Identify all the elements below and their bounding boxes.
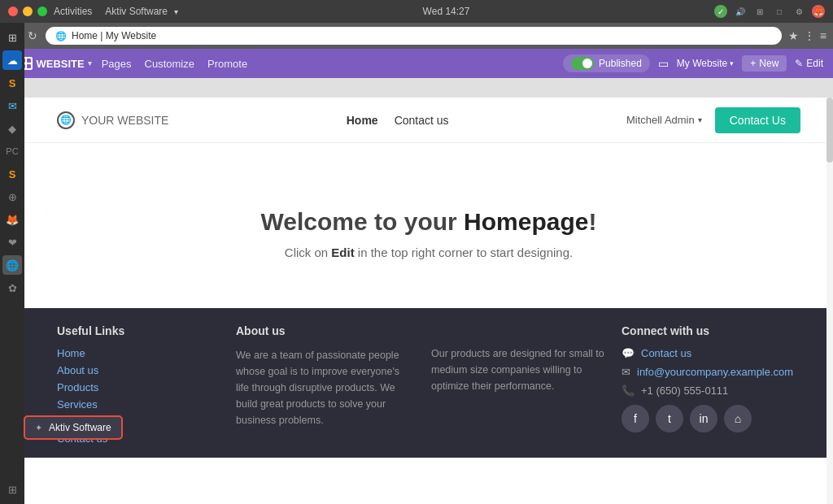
hero-title: Welcome to your Homepage!: [57, 208, 800, 236]
refresh-button[interactable]: ↻: [26, 29, 39, 42]
subtitle-edit-word: Edit: [331, 245, 354, 259]
app-popup: ✦ Aktiv Software: [24, 416, 122, 439]
hero-title-bold: Homepage: [464, 208, 588, 235]
footer-link-home[interactable]: Home: [57, 347, 220, 359]
footer-grid: Useful Links Home About us Products Serv…: [57, 324, 800, 450]
footer: Useful Links Home About us Products Serv…: [24, 308, 833, 458]
url-bar[interactable]: 🌐 Home | My Website: [46, 27, 782, 45]
published-toggle[interactable]: Published: [563, 54, 650, 72]
volume-icon[interactable]: 🔊: [734, 5, 747, 18]
pages-nav-item[interactable]: Pages: [102, 58, 132, 70]
connect-title: Connect with us: [621, 324, 800, 337]
contact-link[interactable]: Contact us: [641, 347, 691, 359]
customize-nav-item[interactable]: Customize: [145, 58, 194, 70]
hero-title-start: Welcome to your: [261, 208, 464, 235]
new-plus-icon: +: [750, 58, 756, 69]
about-title: About us: [236, 324, 415, 337]
settings-icon[interactable]: ⚙: [792, 5, 805, 18]
clock: Wed 14:27: [185, 6, 708, 17]
email-row: ✉ info@yourcompany.example.com: [621, 366, 800, 378]
website-nav-links: Home Contact us: [347, 114, 449, 127]
edit-button[interactable]: ✎ Edit: [795, 58, 823, 69]
contact-us-button[interactable]: Contact Us: [715, 107, 800, 133]
left-sidebar: ⊞ ☁ S ✉ ◆ PC S ⊕ 🦊 ❤ 🌐 ✿ ⊞: [0, 23, 24, 504]
sidebar-icon-grid-bottom[interactable]: ⊞: [2, 480, 22, 499]
user-menu[interactable]: Mitchell Admin ▾: [626, 114, 702, 126]
website-logo-button[interactable]: WEBSITE ▾: [20, 57, 91, 70]
app-arrow-icon: ▾: [174, 7, 178, 16]
sidebar-icon-s2[interactable]: S: [2, 164, 22, 184]
footer-link-services[interactable]: Services: [57, 398, 220, 411]
sidebar-icon-chrome[interactable]: ⊕: [2, 187, 22, 206]
facebook-icon[interactable]: f: [621, 405, 649, 432]
published-label: Published: [599, 58, 642, 69]
email-icon: ✉: [621, 366, 630, 378]
secure-icon: 🌐: [55, 31, 67, 41]
browser-menu-icon[interactable]: ≡: [820, 29, 826, 42]
footer-link-about[interactable]: About us: [57, 364, 220, 376]
bookmark-icon[interactable]: ★: [788, 29, 799, 42]
activities-menu[interactable]: Activities: [54, 6, 92, 17]
battery-icon[interactable]: □: [773, 5, 786, 18]
toggle-switch[interactable]: [571, 57, 594, 70]
new-button[interactable]: + New: [742, 55, 787, 72]
subtitle-end: in the top right corner to start designi…: [355, 245, 573, 259]
firefox-icon[interactable]: 🦊: [812, 5, 825, 18]
mobile-preview-button[interactable]: ▭: [658, 57, 669, 70]
sidebar-icon-pc[interactable]: PC: [2, 141, 22, 161]
sidebar-icon-s[interactable]: S: [2, 73, 22, 93]
about-text1: We are a team of passionate people whose…: [236, 347, 415, 428]
odoo-toolbar: ⌂ WEBSITE ▾ Pages Customize Promote Publ…: [0, 49, 833, 78]
browser-bar: ← ↻ 🌐 Home | My Website ★ ⋮ ≡: [0, 23, 833, 49]
maximize-button[interactable]: [37, 7, 47, 16]
hero-title-end: !: [588, 208, 596, 235]
phone-row: 📞 +1 (650) 555-0111: [621, 385, 800, 397]
sidebar-icon-grid[interactable]: ⊞: [2, 28, 22, 47]
popup-icon: ✦: [35, 423, 42, 433]
footer-link-products[interactable]: Products: [57, 381, 220, 393]
minimize-button[interactable]: [23, 7, 33, 16]
edit-label: Edit: [806, 58, 823, 69]
sidebar-icon-firefox[interactable]: 🦊: [2, 210, 22, 229]
footer-spacer: Our products are designed for small to m…: [431, 324, 605, 450]
logo-globe-icon: 🌐: [57, 111, 75, 129]
chat-icon: 💬: [621, 347, 635, 359]
title-bar-right: ✓ 🔊 ⊞ □ ⚙ 🦊: [714, 5, 825, 18]
scrollbar-thumb[interactable]: [826, 98, 833, 163]
promote-nav-item[interactable]: Promote: [207, 58, 247, 70]
network-icon[interactable]: ⊞: [753, 5, 766, 18]
main-content: 🌐 YOUR WEBSITE Home Contact us Mitchell …: [24, 98, 833, 504]
my-website-button[interactable]: My Website ▾: [677, 58, 734, 69]
website-nav-right: Mitchell Admin ▾ Contact Us: [626, 107, 800, 133]
app-name[interactable]: Aktiv Software: [105, 6, 168, 17]
odoo-right-actions: Published ▭ My Website ▾ + New ✎ Edit: [563, 54, 823, 72]
home-social-icon[interactable]: ⌂: [724, 405, 752, 432]
user-icon[interactable]: ✓: [714, 5, 727, 18]
social-icons-row: f t in ⌂: [621, 405, 800, 432]
twitter-icon[interactable]: t: [656, 405, 683, 432]
sidebar-icon-active[interactable]: 🌐: [2, 255, 22, 275]
sidebar-icon-heart[interactable]: ❤: [2, 232, 22, 252]
popup-label: Aktiv Software: [49, 422, 111, 433]
title-bar: Activities Aktiv Software ▾ Wed 14:27 ✓ …: [0, 0, 833, 23]
traffic-lights: [8, 7, 47, 16]
subtitle-start: Click on: [285, 245, 332, 259]
nav-home[interactable]: Home: [347, 114, 378, 127]
sidebar-icon-star[interactable]: ◆: [2, 119, 22, 138]
sidebar-icon-mail[interactable]: ✉: [2, 96, 22, 115]
more-icon[interactable]: ⋮: [804, 29, 815, 42]
new-label: New: [759, 58, 778, 69]
close-button[interactable]: [8, 7, 18, 16]
website-label: WEBSITE: [36, 58, 84, 70]
linkedin-icon[interactable]: in: [690, 405, 717, 432]
footer-about-col: About us We are a team of passionate peo…: [236, 324, 415, 450]
sidebar-icon-flower[interactable]: ✿: [2, 278, 22, 298]
footer-connect-col: Connect with us 💬 Contact us ✉ info@your…: [621, 324, 800, 450]
website-logo: 🌐 YOUR WEBSITE: [57, 111, 168, 129]
useful-links-title: Useful Links: [57, 324, 220, 337]
email-link[interactable]: info@yourcompany.example.com: [637, 366, 793, 378]
odoo-nav: Pages Customize Promote: [102, 58, 247, 70]
sidebar-icon-cloud[interactable]: ☁: [2, 50, 22, 70]
url-text: Home | My Website: [72, 30, 156, 41]
nav-contact[interactable]: Contact us: [395, 114, 449, 127]
